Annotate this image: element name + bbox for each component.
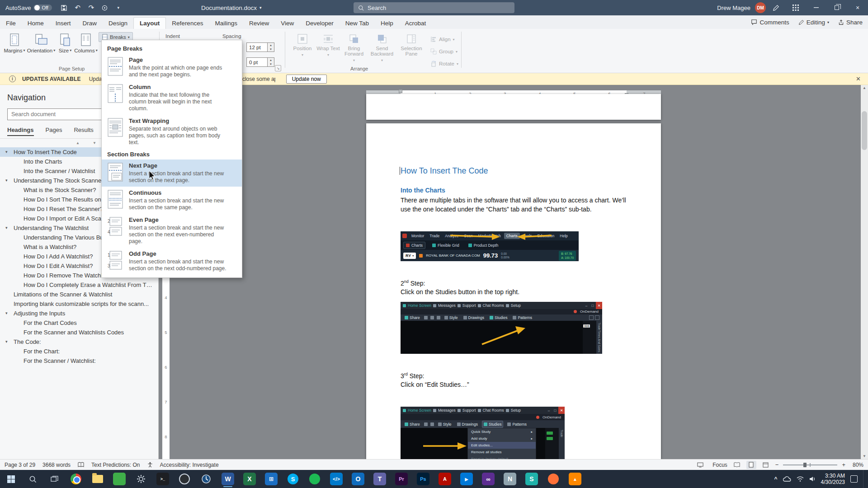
nav-tab-pages[interactable]: Pages xyxy=(46,127,62,136)
zoom-out-icon[interactable]: − xyxy=(775,461,779,468)
nav-heading[interactable]: ▾The Code: xyxy=(0,337,159,347)
apps-grid-icon[interactable] xyxy=(786,0,806,15)
focus-label[interactable]: Focus xyxy=(712,462,727,468)
excel-icon[interactable]: X xyxy=(239,470,260,488)
comments-button[interactable]: Comments xyxy=(751,19,789,26)
indent-marker-icon[interactable] xyxy=(399,89,402,93)
proofing-icon[interactable] xyxy=(78,462,84,468)
bring-forward-button[interactable]: Bring Forward▾ xyxy=(341,32,367,66)
accessibility-status[interactable]: Accessibility: Investigate xyxy=(160,462,219,468)
ribbon-tab-references[interactable]: References xyxy=(166,18,209,29)
wrap-text-button[interactable]: Wrap Text▾ xyxy=(316,32,340,66)
print-layout-icon[interactable] xyxy=(746,461,756,469)
wifi-icon[interactable] xyxy=(797,476,804,482)
expand-triangle-icon[interactable]: ▾ xyxy=(5,147,8,157)
photoshop-icon[interactable]: Ps xyxy=(412,470,434,488)
movies-tv-icon[interactable]: ▶ xyxy=(456,470,477,488)
zoom-in-icon[interactable]: + xyxy=(842,461,845,468)
step3-text[interactable]: Click on “Edit Studies…” xyxy=(401,380,629,389)
step2-text[interactable]: Click on the Studies button in the top r… xyxy=(401,288,629,297)
ribbon-tab-acrobat[interactable]: Acrobat xyxy=(399,18,432,29)
spacing-before-up-icon[interactable]: ▲ xyxy=(268,43,274,47)
spacing-before-down-icon[interactable]: ▼ xyxy=(268,47,274,52)
skype-icon[interactable]: S xyxy=(282,470,304,488)
ribbon-tab-new-tab[interactable]: New Tab xyxy=(340,18,375,29)
ribbon-tab-layout[interactable]: Layout xyxy=(133,17,166,29)
editing-mode-button[interactable]: Editing ▾ xyxy=(798,19,829,26)
ribbon-tab-insert[interactable]: Insert xyxy=(50,18,77,29)
jump-previous-icon[interactable]: ▲ xyxy=(76,141,80,145)
orientation-button[interactable]: Orientation▾ xyxy=(27,31,55,66)
calculator-icon[interactable]: ⊞ xyxy=(260,470,282,488)
menu-item-page-break[interactable]: PageMark the point at which one page end… xyxy=(102,54,242,81)
document-scrollbar[interactable]: ▲ ▼ xyxy=(861,85,868,459)
show-desktop-strip[interactable] xyxy=(863,470,865,488)
figure-studies-toolbar[interactable]: Home Screen Messages Support Chat Rooms … xyxy=(401,302,602,354)
selection-pane-button[interactable]: Selection Pane xyxy=(398,32,425,66)
zoom-slider[interactable] xyxy=(783,465,837,465)
taskbar-clock[interactable]: 3:30 AM 4/30/2023 xyxy=(821,473,845,485)
nav-heading[interactable]: Importing blank customizable scripts for… xyxy=(0,299,159,309)
step3-heading[interactable]: 3rd Step: xyxy=(401,370,629,380)
columns-button[interactable]: Columns▾ xyxy=(74,31,98,66)
expand-triangle-icon[interactable]: ▾ xyxy=(5,223,8,233)
scroll-up-icon[interactable]: ▲ xyxy=(861,86,868,90)
volume-icon[interactable] xyxy=(809,476,816,482)
restore-button[interactable] xyxy=(826,0,847,15)
vscode-icon[interactable]: </> xyxy=(326,470,347,488)
office-search-box[interactable]: Search xyxy=(354,2,514,13)
page-indicator[interactable]: Page 3 of 29 xyxy=(5,462,35,468)
ribbon-tab-review[interactable]: Review xyxy=(243,18,275,29)
zoom-slider-thumb[interactable] xyxy=(803,463,807,467)
ribbon-tab-mailings[interactable]: Mailings xyxy=(209,18,243,29)
firefox-icon[interactable] xyxy=(542,470,564,488)
taskbar-search-icon[interactable] xyxy=(22,470,43,488)
previous-page[interactable] xyxy=(366,94,661,120)
nav-heading[interactable]: For the Scanner / Watchlist: xyxy=(0,356,159,366)
outlook-icon[interactable]: O xyxy=(347,470,369,488)
pen-icon[interactable] xyxy=(766,0,786,15)
ribbon-tab-help[interactable]: Help xyxy=(375,18,399,29)
spacing-after-up-icon[interactable]: ▲ xyxy=(268,58,274,62)
spotify-icon[interactable] xyxy=(304,470,326,488)
nav-heading[interactable]: How Do I Completely Erase a Watchlist Fr… xyxy=(0,280,159,290)
touch-mode-icon[interactable] xyxy=(99,2,111,14)
ribbon-tab-design[interactable]: Design xyxy=(103,18,133,29)
redo-button[interactable]: ↷ xyxy=(85,2,97,14)
expand-triangle-icon[interactable]: ▾ xyxy=(5,309,8,318)
obs-icon[interactable] xyxy=(174,470,195,488)
size-button[interactable]: Size▾ xyxy=(55,31,75,66)
figure-studies-menu[interactable]: Home Screen Messages Support Chat Rooms … xyxy=(401,407,565,459)
menu-item-text-wrapping-break[interactable]: Text WrappingSeparate text around object… xyxy=(102,115,242,149)
figure-platform-tabs[interactable]: Monitor Trade Analyze Scan MarketWatch C… xyxy=(401,231,579,261)
scrollbar-thumb[interactable] xyxy=(862,111,867,150)
save-button[interactable] xyxy=(58,2,70,14)
notepad-icon[interactable]: N xyxy=(499,470,521,488)
customize-qat-caret-icon[interactable]: ▾ xyxy=(113,2,124,14)
nav-heading[interactable]: Limitations of the Scanner & Watchlist xyxy=(0,290,159,299)
nav-heading[interactable]: For the Scanner and Watchlists Codes xyxy=(0,328,159,337)
close-button[interactable]: × xyxy=(847,0,868,15)
doc-paragraph-line[interactable]: There are multiple tabs in the software … xyxy=(401,196,629,205)
text-predictions[interactable]: Text Predictions: On xyxy=(91,462,140,468)
update-now-button[interactable]: Update now xyxy=(286,75,327,84)
nav-heading[interactable]: ▾Adjusting the Inputs xyxy=(0,309,159,318)
group-button[interactable]: Group▾ xyxy=(430,47,458,56)
nav-heading[interactable]: For the Chart: xyxy=(0,347,159,356)
ribbon-tab-home[interactable]: Home xyxy=(22,18,50,29)
doc-heading1[interactable]: How To Insert The Code xyxy=(401,165,629,177)
nav-tab-headings[interactable]: Headings xyxy=(7,127,34,136)
spacing-after-down-icon[interactable]: ▼ xyxy=(268,62,274,67)
menu-item-continuous-break[interactable]: ContinuousInsert a section break and sta… xyxy=(102,187,242,214)
menu-item-column-break[interactable]: ColumnIndicate that the text following t… xyxy=(102,81,242,115)
minimize-button[interactable] xyxy=(806,0,826,15)
alarms-clock-icon[interactable] xyxy=(195,470,217,488)
avatar[interactable]: DM xyxy=(755,2,766,13)
teams-icon[interactable]: T xyxy=(369,470,391,488)
sharex-icon[interactable]: S xyxy=(521,470,542,488)
action-center-icon[interactable] xyxy=(850,475,858,483)
rotate-button[interactable]: Rotate▾ xyxy=(430,59,458,69)
undo-button[interactable]: ↶ xyxy=(72,2,84,14)
ribbon-tab-draw[interactable]: Draw xyxy=(77,18,103,29)
ribbon-tab-file[interactable]: File xyxy=(0,18,22,29)
